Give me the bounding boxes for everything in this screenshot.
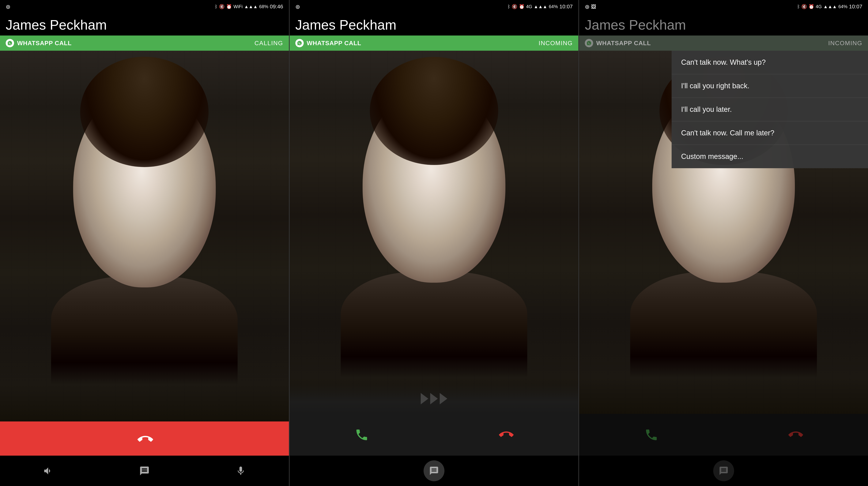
- decline-call-button[interactable]: [496, 424, 517, 445]
- bluetooth-icon: ᛒ: [215, 4, 217, 9]
- microphone-button[interactable]: [232, 462, 249, 479]
- end-call-button[interactable]: [135, 429, 154, 448]
- bottom-controls-3: [579, 456, 868, 486]
- accept-call-button[interactable]: [351, 424, 372, 445]
- face-layer-2: [324, 69, 544, 378]
- message-option-3[interactable]: I'll call you later.: [672, 98, 868, 121]
- notif-app-label-2: WHATSAPP CALL: [307, 40, 361, 47]
- 4g-icon-3: 4G: [816, 4, 822, 9]
- notif-left-1: WHATSAPP CALL: [6, 39, 72, 47]
- status-right-2: ᛒ 🔇 ⏰ 4G ▲▲▲ 64% 10:07: [507, 4, 572, 10]
- hair-overlay-2: [370, 57, 498, 165]
- chevron-1: [421, 393, 428, 404]
- screen-message-popup: ⊛ 🖼 ᛒ 🔇 ⏰ 4G ▲▲▲ 64% 10:07 James Peckham: [578, 0, 868, 486]
- chevron-3: [440, 393, 447, 404]
- status-left-3: ⊛ 🖼: [585, 3, 596, 10]
- notif-left-3: WHATSAPP CALL: [585, 39, 651, 47]
- notif-status-3: INCOMING: [828, 40, 862, 47]
- notif-app-label-1: WHATSAPP CALL: [17, 40, 72, 47]
- contact-name-2: James Peckham: [290, 13, 579, 35]
- shoulder-layer-2: [341, 272, 527, 378]
- status-bar-3: ⊛ 🖼 ᛒ 🔇 ⏰ 4G ▲▲▲ 64% 10:07: [579, 0, 868, 13]
- call-actions-2: [290, 414, 579, 456]
- photo-area-1: [0, 51, 289, 421]
- message-button-1[interactable]: [136, 462, 153, 479]
- speaker-button[interactable]: [39, 462, 57, 479]
- time-display-3: 10:07: [849, 4, 862, 10]
- notif-bar-2[interactable]: WHATSAPP CALL INCOMING: [290, 35, 579, 51]
- bottom-controls-1: [0, 456, 289, 486]
- signal-icon: ▲▲▲: [244, 4, 257, 9]
- photo-area-2: [290, 51, 579, 414]
- whatsapp-status-icon-3: ⊛: [585, 3, 590, 10]
- contact-name-1: James Peckham: [0, 13, 289, 35]
- bluetooth-icon-2: ᛒ: [507, 4, 510, 9]
- status-right-3: ᛒ 🔇 ⏰ 4G ▲▲▲ 64% 10:07: [797, 4, 862, 10]
- wa-notif-icon-1: [6, 39, 14, 47]
- signal-icon-2: ▲▲▲: [534, 4, 547, 9]
- time-display-2: 10:07: [559, 4, 572, 10]
- head-shape-2: [363, 86, 505, 283]
- chevron-group: [421, 393, 447, 404]
- accept-call-button-3[interactable]: [641, 424, 662, 445]
- 4g-icon: 4G: [526, 4, 532, 9]
- alarm-icon: ⏰: [226, 4, 232, 9]
- message-center-button-3[interactable]: [713, 460, 734, 481]
- mute-icon-2: 🔇: [512, 4, 517, 9]
- message-option-5[interactable]: Custom message...: [672, 145, 868, 168]
- end-call-icon: [133, 427, 156, 450]
- signal-icon-3: ▲▲▲: [824, 4, 837, 9]
- status-bar-2: ⊛ ᛒ 🔇 ⏰ 4G ▲▲▲ 64% 10:07: [290, 0, 579, 13]
- alarm-icon-2: ⏰: [519, 4, 525, 9]
- end-call-bar[interactable]: [0, 421, 289, 456]
- status-bar-1: ⊛ ᛒ 🔇 ⏰ WiFi ▲▲▲ 68% 09:46: [0, 0, 289, 13]
- wifi-icon: WiFi: [234, 4, 243, 9]
- notif-app-label-3: WHATSAPP CALL: [596, 40, 651, 47]
- screen-outgoing: ⊛ ᛒ 🔇 ⏰ WiFi ▲▲▲ 68% 09:46 James Peckham: [0, 0, 289, 486]
- mute-icon-3: 🔇: [801, 4, 807, 9]
- call-actions-3: [579, 414, 868, 456]
- shoulder-layer-3: [630, 272, 817, 378]
- time-display-1: 09:46: [270, 4, 283, 10]
- shoulder-layer-1: [51, 277, 238, 384]
- screens-container: ⊛ ᛒ 🔇 ⏰ WiFi ▲▲▲ 68% 09:46 James Peckham: [0, 0, 868, 486]
- face-layer-1: [35, 69, 254, 384]
- screen-incoming: ⊛ ᛒ 🔇 ⏰ 4G ▲▲▲ 64% 10:07 James Peckham: [289, 0, 579, 486]
- message-option-2[interactable]: I'll call you right back.: [672, 74, 868, 98]
- photo-status-icon: 🖼: [591, 4, 596, 10]
- message-option-1[interactable]: Can't talk now. What's up?: [672, 51, 868, 74]
- whatsapp-status-icon: ⊛: [6, 3, 10, 10]
- swipe-arrows: [290, 384, 579, 414]
- contact-name-3: James Peckham: [579, 13, 868, 35]
- notif-left-2: WHATSAPP CALL: [296, 39, 361, 47]
- chevron-2: [430, 393, 438, 404]
- battery-level-1: 68%: [259, 4, 268, 9]
- wa-notif-icon-3: [585, 39, 593, 47]
- battery-level-3: 64%: [838, 4, 847, 9]
- head-shape-1: [73, 87, 216, 287]
- whatsapp-status-icon-2: ⊛: [296, 3, 300, 10]
- mute-icon: 🔇: [219, 4, 225, 9]
- message-center-button-2[interactable]: [424, 460, 444, 481]
- status-right-1: ᛒ 🔇 ⏰ WiFi ▲▲▲ 68% 09:46: [215, 4, 283, 10]
- notif-status-1: CALLING: [254, 40, 283, 47]
- status-left-1: ⊛: [6, 3, 10, 10]
- status-left-2: ⊛: [296, 3, 300, 10]
- hair-overlay-1: [80, 57, 209, 167]
- bluetooth-icon-3: ᛒ: [797, 4, 800, 9]
- decline-call-button-3[interactable]: [785, 424, 806, 445]
- photo-area-3: Can't talk now. What's up? I'll call you…: [579, 51, 868, 414]
- notif-status-2: INCOMING: [539, 40, 573, 47]
- message-dropdown: Can't talk now. What's up? I'll call you…: [672, 51, 868, 168]
- battery-level-2: 64%: [549, 4, 558, 9]
- wa-notif-icon-2: [296, 39, 304, 47]
- notif-bar-1[interactable]: WHATSAPP CALL CALLING: [0, 35, 289, 51]
- alarm-icon-3: ⏰: [809, 4, 814, 9]
- message-option-4[interactable]: Can't talk now. Call me later?: [672, 121, 868, 145]
- notif-bar-3[interactable]: WHATSAPP CALL INCOMING: [579, 35, 868, 51]
- bottom-controls-2: [290, 456, 579, 486]
